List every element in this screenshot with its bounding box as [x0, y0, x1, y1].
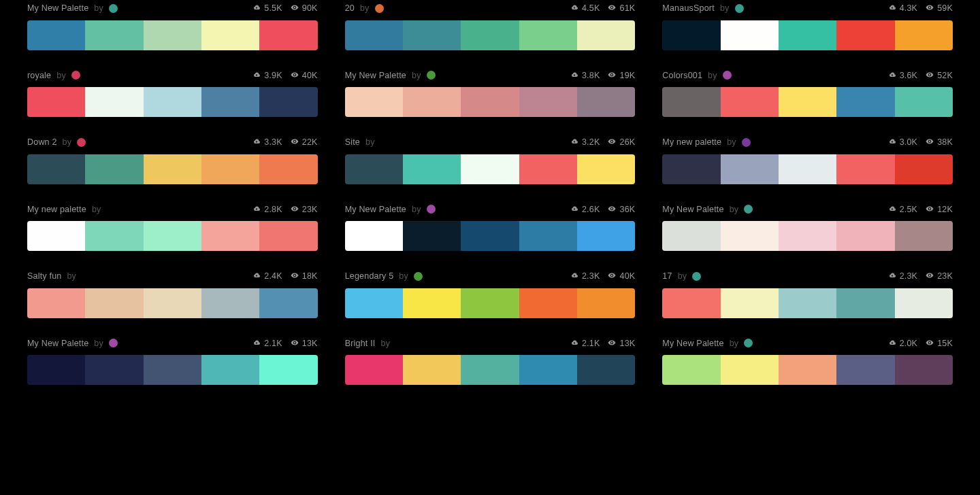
palette-card[interactable]: 17by2.3K23K: [662, 271, 953, 318]
palette-title-link[interactable]: royale: [27, 71, 51, 80]
palette-card[interactable]: Legendary 5by2.3K40K: [345, 271, 636, 318]
color-swatch[interactable]: [345, 20, 403, 50]
color-swatch[interactable]: [662, 154, 720, 184]
color-swatch[interactable]: [345, 154, 403, 184]
color-swatch[interactable]: [85, 288, 143, 318]
color-swatch[interactable]: [721, 154, 779, 184]
color-swatch[interactable]: [201, 87, 259, 117]
palette-title-link[interactable]: My New Palette: [345, 71, 406, 80]
color-swatch[interactable]: [895, 355, 953, 385]
color-swatch[interactable]: [85, 154, 143, 184]
palette-card[interactable]: My new paletteby3.0K38K: [662, 137, 953, 184]
palette-card[interactable]: Bright IIby2.1K13K: [345, 339, 636, 386]
color-swatch[interactable]: [779, 221, 836, 251]
color-swatch[interactable]: [461, 154, 519, 184]
palette-swatches[interactable]: [662, 355, 953, 385]
palette-title-link[interactable]: Salty fun: [27, 272, 61, 281]
palette-swatches[interactable]: [27, 355, 318, 385]
color-swatch[interactable]: [201, 20, 259, 50]
color-swatch[interactable]: [461, 221, 519, 251]
color-swatch[interactable]: [201, 154, 259, 184]
palette-swatches[interactable]: [27, 154, 318, 184]
color-swatch[interactable]: [721, 87, 779, 117]
color-swatch[interactable]: [519, 20, 577, 50]
palette-card[interactable]: My New Paletteby5.5K90K: [27, 3, 318, 50]
color-swatch[interactable]: [27, 20, 85, 50]
color-swatch[interactable]: [836, 87, 894, 117]
color-swatch[interactable]: [144, 154, 201, 184]
color-swatch[interactable]: [403, 154, 461, 184]
palette-title-link[interactable]: My new palette: [27, 205, 86, 214]
color-swatch[interactable]: [895, 87, 953, 117]
color-swatch[interactable]: [577, 288, 635, 318]
color-swatch[interactable]: [85, 87, 143, 117]
color-swatch[interactable]: [519, 154, 577, 184]
palette-swatches[interactable]: [27, 288, 318, 318]
color-swatch[interactable]: [201, 288, 259, 318]
color-swatch[interactable]: [662, 221, 720, 251]
color-swatch[interactable]: [779, 154, 836, 184]
color-swatch[interactable]: [577, 221, 635, 251]
palette-card[interactable]: Colors001by3.6K52K: [662, 71, 953, 118]
color-swatch[interactable]: [259, 154, 317, 184]
palette-title-link[interactable]: My New Palette: [27, 339, 88, 348]
author-avatar[interactable]: [414, 272, 423, 281]
palette-card[interactable]: Down 2by3.3K22K: [27, 137, 318, 184]
palette-swatches[interactable]: [27, 87, 318, 117]
author-avatar[interactable]: [735, 4, 744, 13]
palette-swatches[interactable]: [662, 288, 953, 318]
palette-swatches[interactable]: [27, 221, 318, 251]
color-swatch[interactable]: [577, 355, 635, 385]
palette-swatches[interactable]: [345, 87, 636, 117]
palette-swatches[interactable]: [345, 355, 636, 385]
author-avatar[interactable]: [375, 4, 384, 13]
color-swatch[interactable]: [779, 87, 836, 117]
palette-card[interactable]: My New Paletteby2.1K13K: [27, 339, 318, 386]
palette-title-link[interactable]: My New Palette: [27, 4, 88, 13]
palette-swatches[interactable]: [662, 20, 953, 50]
color-swatch[interactable]: [85, 20, 143, 50]
palette-swatches[interactable]: [27, 20, 318, 50]
color-swatch[interactable]: [201, 221, 259, 251]
color-swatch[interactable]: [836, 154, 894, 184]
palette-title-link[interactable]: Legendary 5: [345, 272, 394, 281]
color-swatch[interactable]: [836, 20, 894, 50]
author-avatar[interactable]: [744, 339, 753, 347]
palette-card[interactable]: My New Paletteby2.6K36K: [345, 205, 636, 252]
palette-title-link[interactable]: My New Palette: [345, 205, 406, 214]
color-swatch[interactable]: [403, 288, 461, 318]
color-swatch[interactable]: [27, 87, 85, 117]
palette-swatches[interactable]: [662, 87, 953, 117]
palette-swatches[interactable]: [345, 288, 636, 318]
color-swatch[interactable]: [461, 288, 519, 318]
color-swatch[interactable]: [345, 355, 403, 385]
color-swatch[interactable]: [27, 288, 85, 318]
color-swatch[interactable]: [259, 20, 317, 50]
author-avatar[interactable]: [77, 138, 86, 147]
color-swatch[interactable]: [662, 288, 720, 318]
color-swatch[interactable]: [895, 20, 953, 50]
palette-title-link[interactable]: 20: [345, 4, 355, 13]
author-avatar[interactable]: [723, 71, 732, 80]
palette-card[interactable]: My New Paletteby3.8K19K: [345, 71, 636, 118]
color-swatch[interactable]: [577, 20, 635, 50]
palette-title-link[interactable]: ManausSport: [662, 4, 715, 13]
palette-swatches[interactable]: [345, 221, 636, 251]
color-swatch[interactable]: [144, 355, 201, 385]
color-swatch[interactable]: [27, 154, 85, 184]
color-swatch[interactable]: [779, 355, 836, 385]
palette-title-link[interactable]: Bright II: [345, 339, 376, 348]
color-swatch[interactable]: [144, 221, 201, 251]
color-swatch[interactable]: [345, 288, 403, 318]
author-avatar[interactable]: [427, 205, 436, 214]
palette-title-link[interactable]: 17: [662, 272, 672, 281]
color-swatch[interactable]: [895, 221, 953, 251]
color-swatch[interactable]: [721, 288, 779, 318]
color-swatch[interactable]: [721, 20, 779, 50]
color-swatch[interactable]: [259, 288, 317, 318]
palette-swatches[interactable]: [345, 154, 636, 184]
palette-card[interactable]: Salty funby2.4K18K: [27, 271, 318, 318]
color-swatch[interactable]: [721, 355, 779, 385]
palette-card[interactable]: royaleby3.9K40K: [27, 71, 318, 118]
author-avatar[interactable]: [109, 4, 118, 13]
